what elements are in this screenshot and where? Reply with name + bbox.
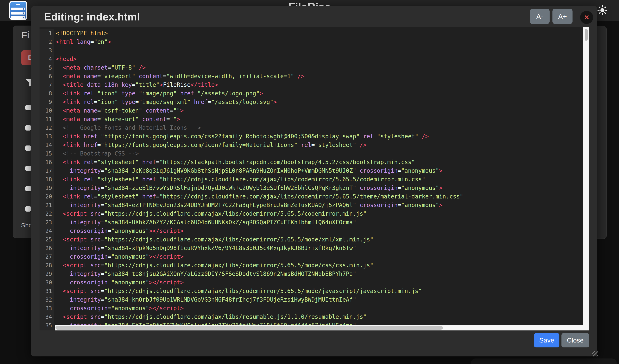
- resize-handle[interactable]: [592, 351, 598, 356]
- line-number: 15: [40, 149, 54, 158]
- line-number: 28: [40, 261, 54, 270]
- sidebar-checkbox[interactable]: [25, 146, 31, 151]
- code-line[interactable]: <link rel="stylesheet" href="https://cdn…: [56, 192, 583, 201]
- code-line[interactable]: <!-- Google Fonts and Material Icons -->: [56, 124, 583, 132]
- line-number: 24: [40, 227, 54, 235]
- line-number: 4: [40, 55, 54, 63]
- sidebar-footer-text: Sho: [21, 222, 32, 229]
- line-number: 10: [40, 106, 54, 115]
- line-number: 20: [40, 192, 54, 201]
- line-number: 30: [40, 278, 54, 287]
- line-number: 34: [40, 313, 54, 321]
- line-number: 17: [40, 167, 54, 175]
- code-line[interactable]: <link href="https://fonts.googleapis.com…: [56, 132, 583, 141]
- line-number: 29: [40, 270, 54, 278]
- line-number: 23: [40, 218, 54, 227]
- line-number: 19: [40, 184, 54, 192]
- close-icon[interactable]: ✕: [580, 11, 593, 24]
- sidebar-checkbox[interactable]: [25, 125, 31, 131]
- line-number: 13: [40, 132, 54, 141]
- line-number: 9: [40, 98, 54, 106]
- code-line[interactable]: <script src="https://cdnjs.cloudflare.co…: [56, 235, 583, 244]
- code-line[interactable]: <link rel="icon" type="image/svg+xml" hr…: [56, 98, 583, 106]
- sidebar-checkbox[interactable]: [25, 206, 31, 212]
- sidebar-checkbox[interactable]: [25, 166, 31, 171]
- code-line[interactable]: <link rel="icon" type="image/png" href="…: [56, 89, 583, 98]
- code-editor: 1234567891011121314151617181920212223242…: [40, 27, 589, 330]
- code-line[interactable]: [56, 46, 583, 55]
- line-number: 1: [40, 29, 54, 38]
- code-line[interactable]: <title data-i18n-key="title">FileRise</t…: [56, 81, 583, 89]
- code-line[interactable]: <!DOCTYPE html>: [56, 29, 583, 38]
- code-area[interactable]: <!DOCTYPE html><html lang="en"> <head> <…: [56, 29, 583, 330]
- font-decrease-button[interactable]: A-: [530, 9, 549, 24]
- code-line[interactable]: crossorigin="anonymous"></script>: [56, 253, 583, 261]
- line-number: 31: [40, 287, 54, 296]
- close-button[interactable]: Close: [562, 333, 589, 347]
- code-line[interactable]: <script src="https://cdnjs.cloudflare.co…: [56, 287, 583, 296]
- code-line[interactable]: <script src="https://cdnjs.cloudflare.co…: [56, 313, 583, 321]
- horizontal-scrollbar[interactable]: [55, 325, 583, 330]
- code-line[interactable]: <link href="https://fonts.googleapis.com…: [56, 141, 583, 149]
- code-line[interactable]: <html lang="en">: [56, 38, 583, 46]
- gutter: 1234567891011121314151617181920212223242…: [40, 29, 54, 330]
- code-line[interactable]: integrity="sha384-UXbkZAbZYZ/KCAslc6UO4d…: [56, 218, 583, 227]
- line-number: 12: [40, 124, 54, 132]
- editor-modal: Editing: index.html A- A+ ✕ 123456789101…: [31, 6, 597, 356]
- code-line[interactable]: integrity="sha384-eZTPTN0EvJdn23s24UDYJm…: [56, 201, 583, 210]
- line-number: 14: [40, 141, 54, 149]
- line-number: 6: [40, 72, 54, 81]
- code-line[interactable]: integrity="sha384-kmQrbJf09Uo1WRLMDVGoVG…: [56, 296, 583, 304]
- code-line[interactable]: <link rel="stylesheet" href="https://cdn…: [56, 175, 583, 184]
- line-number: 22: [40, 210, 54, 218]
- font-increase-button[interactable]: A+: [552, 9, 573, 24]
- code-line[interactable]: integrity="sha384-zaeBlB/vwYsDRSlFajnDd7…: [56, 184, 583, 192]
- code-line[interactable]: <head>: [56, 55, 583, 63]
- bottom-right-card: [471, 358, 617, 364]
- line-number: 33: [40, 304, 54, 313]
- code-line[interactable]: <meta charset="UTF-8" />: [56, 63, 583, 72]
- logo-slot: [16, 4, 20, 5]
- code-line[interactable]: crossorigin="anonymous"></script>: [56, 304, 583, 313]
- code-line[interactable]: <meta name="viewport" content="width=dev…: [56, 72, 583, 81]
- save-button[interactable]: Save: [534, 333, 559, 347]
- code-line[interactable]: integrity="sha384-JcKb8q3iqJ61gNV9KGb8th…: [56, 167, 583, 175]
- light-mode-sun-icon[interactable]: [597, 5, 608, 15]
- vertical-scrollbar-thumb[interactable]: [585, 29, 588, 41]
- line-number: 7: [40, 81, 54, 89]
- code-line[interactable]: integrity="sha384-xPpkMo5nDgD98fIcuRVYhx…: [56, 244, 583, 253]
- line-number: 21: [40, 201, 54, 210]
- code-line[interactable]: <!-- Bootstrap CSS -->: [56, 149, 583, 158]
- code-line[interactable]: crossorigin="anonymous"></script>: [56, 278, 583, 287]
- sidebar-checkbox[interactable]: [25, 186, 31, 191]
- code-line[interactable]: <meta name="share-url" content="">: [56, 115, 583, 124]
- line-number: 27: [40, 253, 54, 261]
- code-line[interactable]: <meta name="csrf-token" content="">: [56, 106, 583, 115]
- sidebar-checkbox[interactable]: [25, 105, 31, 110]
- filerise-logo-icon[interactable]: [9, 1, 27, 20]
- code-line[interactable]: crossorigin="anonymous"></script>: [56, 227, 583, 235]
- line-number: 26: [40, 244, 54, 253]
- horizontal-scrollbar-thumb[interactable]: [56, 326, 443, 330]
- line-number: 11: [40, 115, 54, 124]
- line-number: 32: [40, 296, 54, 304]
- line-number: 16: [40, 158, 54, 167]
- line-number: 3: [40, 46, 54, 55]
- logo-bar: [11, 16, 25, 19]
- code-line[interactable]: <script src="https://cdnjs.cloudflare.co…: [56, 210, 583, 218]
- line-number: 8: [40, 89, 54, 98]
- code-line[interactable]: <script src="https://cdnjs.cloudflare.co…: [56, 261, 583, 270]
- code-line[interactable]: <link rel="stylesheet" href="https://sta…: [56, 158, 583, 167]
- line-number: 5: [40, 63, 54, 72]
- line-number: 18: [40, 175, 54, 184]
- logo-bar: [11, 12, 25, 14]
- vertical-scrollbar[interactable]: [583, 27, 589, 330]
- sidebar-heading: Fi: [21, 29, 30, 40]
- logo-bar: [11, 8, 25, 10]
- line-number: 35: [40, 321, 54, 330]
- line-number: 2: [40, 38, 54, 46]
- code-line[interactable]: integrity="sha384-to8njsu2GAiXQnY/aLGzz0…: [56, 270, 583, 278]
- line-number: 25: [40, 235, 54, 244]
- sidebar-checkbox-list: [25, 105, 31, 227]
- modal-title: Editing: index.html: [44, 11, 140, 23]
